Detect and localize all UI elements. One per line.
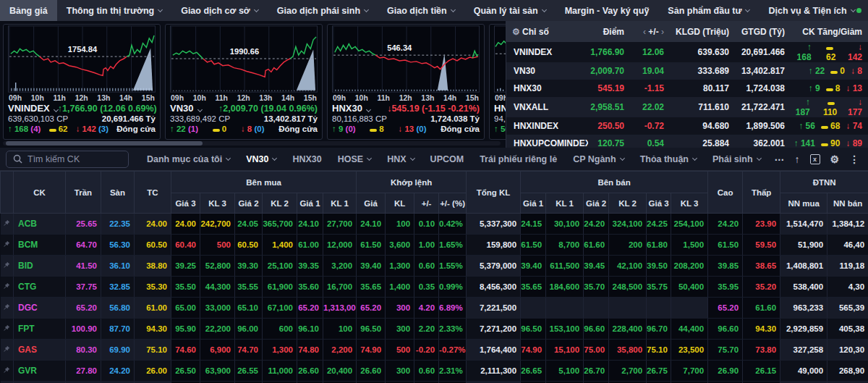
cell-buy-price-2[interactable]: 39.30	[235, 256, 263, 277]
cell-match-price[interactable]: 61.50	[357, 235, 386, 256]
cell-buy-price-2[interactable]: 60.50	[235, 235, 263, 256]
cell-sell-price-2[interactable]: 35.70	[584, 277, 609, 298]
cell-match-vol[interactable]: 500	[386, 340, 414, 361]
tab-trai-phieu-rieng-le[interactable]: Trái phiếu riêng lẻ	[472, 154, 565, 164]
cell-sell-price-3[interactable]: 26.75	[647, 361, 671, 382]
index-col-klgd[interactable]: KLGD (Triệu)	[670, 21, 735, 42]
cell-sell-price-2[interactable]	[584, 298, 609, 319]
subcol-match-kl[interactable]: KL	[386, 193, 414, 214]
cell-match-change-pct[interactable]: 0.42%	[439, 214, 467, 235]
cell-sell-price-2[interactable]: 39.45	[584, 256, 609, 277]
menu-item-bang-gia[interactable]: Bảng giá	[0, 0, 57, 21]
cell-match-price[interactable]: 96.50	[357, 319, 386, 340]
chart-index-name[interactable]: HNX30	[332, 103, 370, 114]
menu-item-giao-dien-cua-toi[interactable]: Giao diện của tôi	[864, 0, 868, 21]
cell-sell-vol-3[interactable]: 44,400	[671, 319, 708, 340]
cell-match-price[interactable]: 24.10	[357, 214, 386, 235]
cell-sell-vol-1[interactable]: 5,100	[546, 361, 584, 382]
cell-buy-price-3[interactable]: 65.00	[171, 298, 200, 319]
tab-cp-nganh[interactable]: CP Ngành	[565, 154, 632, 164]
pin-cell[interactable]	[1, 340, 14, 361]
cell-sell-price-3[interactable]: 75.10	[647, 340, 671, 361]
cell-match-change-pct[interactable]: 2.31%	[439, 361, 467, 382]
cell-sell-price-2[interactable]: 96.60	[584, 319, 609, 340]
subcol-buy-gia-1[interactable]: Giá 1	[297, 193, 323, 214]
cell-buy-vol-3[interactable]: 242,700	[200, 214, 235, 235]
ticker-symbol[interactable]: DGC	[14, 298, 66, 319]
pin-cell[interactable]	[1, 256, 14, 277]
search-input[interactable]	[27, 154, 122, 164]
cell-buy-vol-3[interactable]: 22,200	[200, 319, 235, 340]
cell-sell-vol-3[interactable]: 208,200	[671, 256, 708, 277]
col-san[interactable]: Sàn	[101, 172, 135, 214]
cell-sell-price-1[interactable]: 74.90	[521, 340, 546, 361]
cell-match-change[interactable]: 0.60	[414, 361, 439, 382]
cell-buy-vol-3[interactable]: 500	[200, 235, 235, 256]
ticker-symbol[interactable]: CTG	[14, 277, 66, 298]
kebab-menu-icon[interactable]: ⋮	[849, 154, 859, 164]
chart-index-name[interactable]: VN30	[170, 103, 202, 114]
cell-buy-vol-1[interactable]: 3,200	[323, 256, 357, 277]
subcol-buy-gia-2[interactable]: Giá 2	[235, 193, 263, 214]
cell-buy-vol-3[interactable]: 44,300	[200, 277, 235, 298]
cell-buy-price-3[interactable]: 26.50	[171, 361, 200, 382]
cell-total-volume[interactable]: 7,221,500	[467, 298, 521, 319]
index-row-hnx30[interactable]: HNX30 545.19 -1.15 80.117 1,724.038 ↑ 9 …	[506, 80, 868, 97]
board-row-gvr[interactable]: GVR27.8024.2026.0026.5063,90026.5511,000…	[1, 361, 868, 382]
subcol-buy-kl-2[interactable]: KL 2	[263, 193, 297, 214]
cell-sell-price-1[interactable]: 26.65	[521, 361, 546, 382]
cell-buy-vol-2[interactable]: 67,100	[263, 298, 297, 319]
cell-sell-vol-1[interactable]	[546, 298, 584, 319]
ticker-symbol[interactable]: GAS	[14, 340, 66, 361]
tab-hose[interactable]: HOSE	[330, 154, 379, 164]
pin-icon[interactable]	[3, 261, 10, 269]
cell-sell-vol-2[interactable]	[609, 298, 647, 319]
col-tc[interactable]: TC	[135, 172, 171, 214]
cell-total-volume[interactable]: 7,271,200	[467, 319, 521, 340]
menu-item-giao-dich-phai-sinh[interactable]: Giao dịch phái sinh	[268, 0, 378, 21]
cell-match-change[interactable]: 4.20	[414, 298, 439, 319]
scrollbar-thumb[interactable]	[6, 141, 203, 146]
subcol-sell-gia-1[interactable]: Giá 1	[521, 193, 546, 214]
cell-sell-vol-2[interactable]: 248,500	[609, 277, 647, 298]
board-row-gas[interactable]: GAS80.3069.9075.1074.606,90074.701,30074…	[1, 340, 868, 361]
index-col-gtgd[interactable]: GTGD (Tỷ)	[735, 21, 791, 42]
pin-cell[interactable]	[1, 235, 14, 256]
tab-phai-sinh[interactable]: Phái sinh	[705, 154, 769, 164]
pin-icon[interactable]	[3, 219, 10, 227]
cell-buy-vol-2[interactable]: 365,700	[263, 214, 297, 235]
cell-sell-vol-2[interactable]: 228,400	[609, 319, 647, 340]
pin-icon[interactable]	[3, 366, 10, 374]
cell-buy-price-2[interactable]: 35.55	[235, 277, 263, 298]
cell-buy-price-2[interactable]: 96.00	[235, 319, 263, 340]
cell-sell-price-3[interactable]: 39.50	[647, 256, 671, 277]
cell-sell-vol-1[interactable]: 611,500	[546, 256, 584, 277]
cell-match-change-pct[interactable]: 0.99%	[439, 277, 467, 298]
cell-sell-price-1[interactable]	[521, 298, 546, 319]
cell-sell-vol-2[interactable]: 324,100	[609, 214, 647, 235]
cell-match-change[interactable]: 0.60	[414, 256, 439, 277]
cell-match-price[interactable]: 39.40	[357, 256, 386, 277]
cell-buy-vol-1[interactable]: 20,400	[323, 361, 357, 382]
subcol-match-[interactable]: +/-	[414, 193, 439, 214]
cell-buy-vol-2[interactable]: 61,900	[263, 277, 297, 298]
cell-buy-vol-2[interactable]: 25,100	[263, 256, 297, 277]
pin-cell[interactable]	[1, 319, 14, 340]
index-col-diem[interactable]: Điểm	[588, 21, 630, 42]
index-row-vnxall[interactable]: VNXALL 2,958.51 22.02 711.610 21,722.471…	[506, 97, 868, 117]
cell-match-change-pct[interactable]: -0.27%	[439, 340, 467, 361]
cell-buy-price-3[interactable]: 60.40	[171, 235, 200, 256]
cell-sell-vol-1[interactable]: 15,100	[546, 340, 584, 361]
cell-buy-price-1[interactable]: 61.00	[297, 235, 323, 256]
cell-buy-price-3[interactable]: 95.90	[171, 319, 200, 340]
cell-match-change[interactable]: 1.00	[414, 235, 439, 256]
cell-match-vol[interactable]: 300	[386, 298, 414, 319]
board-row-fpt[interactable]: FPT100.9087.7094.3095.9022,20096.0060096…	[1, 319, 868, 340]
pin-icon[interactable]	[3, 324, 10, 332]
cell-sell-vol-3[interactable]: 254,100	[671, 214, 708, 235]
menu-item-margin-vay-ky-quy[interactable]: Margin - Vay ký quỹ	[556, 0, 659, 21]
cell-buy-price-2[interactable]: 26.55	[235, 361, 263, 382]
cell-buy-vol-2[interactable]: 1,400	[263, 235, 297, 256]
col-tran[interactable]: Trần	[66, 172, 101, 214]
subcol-nn-nn-mua[interactable]: NN mua	[780, 193, 827, 214]
